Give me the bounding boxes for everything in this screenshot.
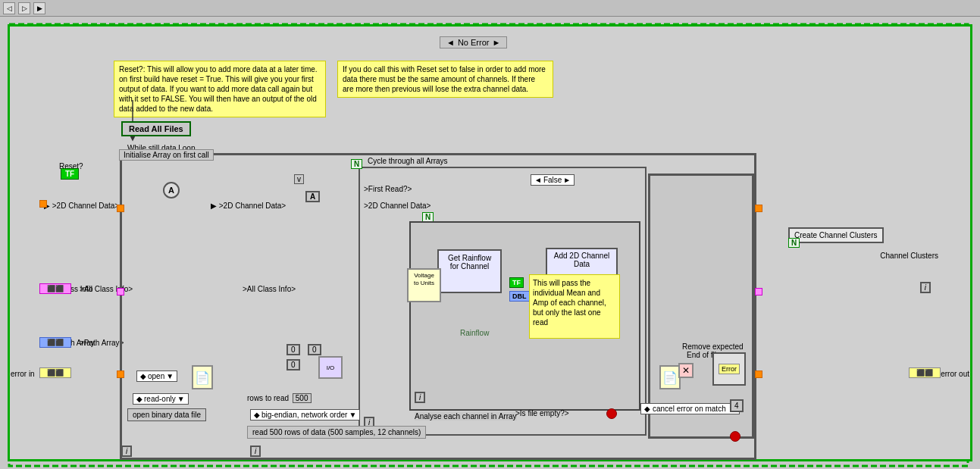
stop-indicator <box>730 431 740 442</box>
cancel-error-label: cancel error on match <box>653 405 726 413</box>
no-error-status: ◄ No Error ► <box>440 36 507 48</box>
open-label: open <box>148 372 164 380</box>
connector-while-right-bot <box>755 371 762 378</box>
connector-while-right-top <box>755 205 762 212</box>
path-array-terminal: ⬛⬛ <box>39 337 71 348</box>
diamond-icon-open: ◆ <box>140 372 146 380</box>
read-all-files-label: Read All Files <box>129 124 183 133</box>
digio-block: I/O <box>318 356 343 379</box>
error-in-terminal: ⬛⬛ <box>39 367 71 378</box>
back-button[interactable]: ◁ <box>3 2 15 14</box>
diamond-icon-readonly: ◆ <box>136 395 142 403</box>
big-endian-dropdown[interactable]: ◆ big-endian, network order ▼ <box>250 409 360 421</box>
right-arrow-false: ► <box>563 176 571 184</box>
voltage-to-units-block: Voltage to Units <box>407 268 441 302</box>
rainflow-label: Rainflow <box>460 329 489 337</box>
channel-clusters-label: Channel Clusters <box>880 252 938 260</box>
n-label-cycle: N <box>351 159 362 169</box>
num-0-box-3: 0 <box>286 359 300 371</box>
get-rainflow-label: Get Rainflow for Channel <box>442 254 497 270</box>
readonly-label: read-only <box>144 395 176 403</box>
false-label: False <box>543 176 562 184</box>
readonly-dropdown[interactable]: ◆ read-only ▼ <box>133 393 189 405</box>
cycle-label: Cycle through all Arrays <box>366 157 449 165</box>
false-selector[interactable]: ◄ False ► <box>531 174 575 186</box>
channel-data-cycle-label: >2D Channel Data> <box>364 202 431 210</box>
num-0-box-1: 0 <box>286 344 300 355</box>
error-out-label: error out <box>941 370 969 378</box>
read-all-files-block: Read All Files <box>121 121 191 136</box>
n-label-clusters: N <box>788 238 800 248</box>
connector-while-left-mid <box>117 288 124 295</box>
error-out-terminal: ⬛⬛ <box>909 367 941 378</box>
tf-control[interactable]: TF <box>61 168 79 180</box>
rows-value: 500 <box>293 393 312 403</box>
get-rainflow-block: Get Rainflow for Channel <box>437 249 502 293</box>
is-file-empty-label: >Is file empty?> <box>515 409 569 417</box>
diamond-icon: ◆ <box>644 405 650 413</box>
circle-a: A <box>163 182 180 199</box>
file-empty-indicator <box>606 408 617 419</box>
annotation-box: This will pass the individual Mean and A… <box>529 274 620 339</box>
i-box-clusters: i <box>920 282 931 293</box>
forward-button[interactable]: ▷ <box>18 2 30 14</box>
rows-to-read-label: rows to read 500 <box>247 394 312 402</box>
initialise-array-block: Initialise Array on first call <box>119 149 214 161</box>
x-indicator: ✕ <box>678 363 694 378</box>
num-0-box-2: 0 <box>308 344 321 355</box>
tf-inner: TF <box>509 277 524 288</box>
connector-while-left-top <box>117 205 124 212</box>
connector-while-right-mid <box>755 288 762 295</box>
path-array-inner-label: >Path Array> <box>80 339 124 347</box>
i-box-main: i <box>121 446 132 457</box>
channel-data-left-label: ▶ >2D Channel Data> <box>44 202 119 210</box>
num-4-box: 4 <box>730 399 744 412</box>
file-icon-open: 📄 <box>192 365 213 389</box>
i-box-main-right: i <box>250 446 261 457</box>
big-endian-label: big-endian, network order <box>261 411 347 419</box>
error-func-block: Error <box>712 352 746 386</box>
channel-data-connector-left <box>39 200 47 208</box>
cancel-error-dropdown[interactable]: ◆ cancel error on match ▼ <box>640 403 740 414</box>
diagram-area: ◄ No Error ► Reset?: This will allow you… <box>0 17 980 469</box>
left-arrow-false: ◄ <box>534 176 542 184</box>
dropdown-arrow-readonly: ▼ <box>177 395 185 403</box>
a-label: A <box>305 191 320 202</box>
open-dropdown[interactable]: ◆ open ▼ <box>136 371 177 382</box>
diamond-icon-endian: ◆ <box>254 411 260 419</box>
i-box-sub: i <box>415 392 425 403</box>
create-clusters-block: Create Channel Clusters <box>788 227 884 243</box>
initialise-array-label: Initialise Array on first call <box>124 151 209 159</box>
no-error-label: No Error <box>458 38 490 47</box>
right-arrow-icon: ► <box>492 38 500 47</box>
error-in-label: error in <box>11 370 35 378</box>
read-500-rows-label: read 500 rows of data (500 samples, 12 c… <box>247 426 426 439</box>
analyse-label: Analyse each channel in Array <box>415 412 517 421</box>
toolbar: ◁ ▷ ▶ <box>0 0 980 17</box>
dbl-label: DBL <box>509 291 530 302</box>
first-read-label: >First Read?> <box>364 185 412 193</box>
open-binary-block: open binary data file <box>127 408 206 421</box>
file-icon-close: 📄 <box>659 365 681 389</box>
run-button[interactable]: ▶ <box>33 2 45 14</box>
connector-while-left-bot <box>117 371 124 378</box>
v-label: v <box>294 174 304 184</box>
left-arrow-icon: ◄ <box>446 38 455 47</box>
tooltip-right-text: If you do call this with Reset set to fa… <box>343 65 546 93</box>
tooltip-right: If you do call this with Reset set to fa… <box>337 61 553 98</box>
class-info-terminal: ⬛⬛ <box>39 283 71 294</box>
dropdown-arrow-open: ▼ <box>166 372 174 380</box>
dropdown-arrow-endian: ▼ <box>349 411 356 419</box>
